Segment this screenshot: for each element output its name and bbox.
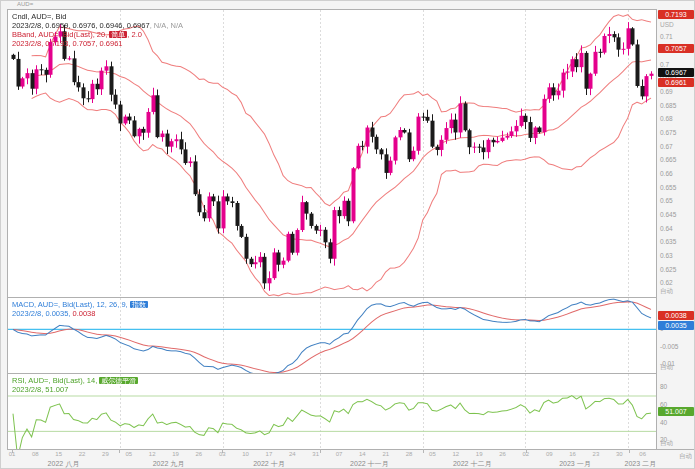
price-axis-price-tag[interactable]: 0.6961 [658, 78, 694, 87]
price-axis-tick: 0.65 [660, 197, 673, 204]
month-label: 2022 十一月 [350, 459, 389, 469]
candle-legend-na: , N/A, N/A [150, 21, 183, 30]
time-axis-line [7, 449, 695, 450]
macd-legend-date: 2023/2/8, [12, 309, 45, 318]
day-tick-label: 23 [593, 451, 600, 457]
rsi-smoothing-chip[interactable]: 威尔德平滑 [99, 377, 138, 384]
day-tick-label: 26 [499, 451, 506, 457]
rsi-legend: RSI, AUD=, Bid(Last), 14, 威尔德平滑 2023/2/8… [12, 376, 138, 394]
price-axis-tick: 0.71 [660, 33, 673, 40]
month-boundary-tick [629, 449, 630, 453]
macd-value: 0.0035 [45, 309, 68, 318]
rsi-axis-auto-label[interactable]: 自动 [660, 439, 673, 448]
rsi-axis-tick: 80 [660, 383, 667, 390]
day-tick-label: 28 [406, 451, 413, 457]
price-axis-price-tag[interactable]: 0.7057 [658, 44, 694, 53]
macd-ma-type-chip[interactable]: 指数 [130, 301, 148, 308]
candle-legend-values: 2023/2/8, 0.6959, 0.6976, 0.6946, 0.6967 [12, 21, 150, 30]
month-label: 2022 九月 [153, 459, 185, 469]
macd-axis-price-tag[interactable]: 0.0038 [658, 311, 694, 320]
rsi-value: 2023/2/8, 51.007 [12, 385, 68, 394]
price-axis-tick: 0.645 [660, 211, 676, 218]
day-tick-label: 31 [312, 451, 319, 457]
day-tick-label: 22 [79, 451, 86, 457]
rsi-axis-price-tag[interactable]: 51.007 [658, 407, 694, 416]
window-caption: AUD= [17, 1, 33, 7]
price-axis-tick: 0.66 [660, 170, 673, 177]
bband-legend-title: BBand, AUD=, Bid(Last), 20, [12, 30, 109, 39]
price-axis-tick: 0.675 [660, 129, 676, 136]
day-tick-label: 03 [219, 451, 226, 457]
day-tick-label: 09 [546, 451, 553, 457]
rsi-axis-tick: 60 [660, 400, 667, 407]
price-axis-tick: 0.68 [660, 115, 673, 122]
price-axis-tick: 0.69 [660, 88, 673, 95]
day-tick-label: 24 [289, 451, 296, 457]
day-tick-label: 05 [125, 451, 132, 457]
price-axis-tick: 0.7 [660, 60, 669, 67]
chart-window: AUD= Cndl, AUD=, Bid 2023/2/8, 0.6959, 0… [0, 0, 695, 469]
macd-axis-tick: -0.005 [660, 342, 678, 349]
day-tick-label: 07 [336, 451, 343, 457]
rsi-axis-tick: 40 [660, 418, 667, 425]
time-axis-auto-label[interactable]: 自动 [679, 452, 692, 461]
price-legend: Cndl, AUD=, Bid 2023/2/8, 0.6959, 0.6976… [12, 12, 183, 48]
day-tick-label: 16 [569, 451, 576, 457]
bband-ma-type-chip[interactable]: 简单 [109, 31, 127, 38]
day-tick-label: 12 [452, 451, 459, 457]
month-boundary-tick [320, 449, 321, 453]
month-label: 2023 一月 [559, 459, 591, 469]
day-tick-label: 15 [55, 451, 62, 457]
price-axis-currency-label: USD [660, 21, 674, 28]
price-axis-tick: 0.63 [660, 252, 673, 259]
price-axis-tick: 0.62 [660, 279, 673, 286]
day-tick-label: 08 [32, 451, 39, 457]
day-tick-label: 26 [196, 451, 203, 457]
month-label: 2022 八月 [48, 459, 80, 469]
day-tick-label: 14 [359, 451, 366, 457]
day-tick-label: 29 [102, 451, 109, 457]
month-label: 2023 二月 [625, 459, 657, 469]
day-tick-label: 10 [242, 451, 249, 457]
price-axis-tick: 0.64 [660, 224, 673, 231]
price-pane: Cndl, AUD=, Bid 2023/2/8, 0.6959, 0.6976… [7, 9, 657, 298]
macd-legend: MACD, AUD=, Bid(Last), 12, 26, 9, 指数 202… [12, 300, 148, 318]
price-axis-tick: 0.685 [660, 101, 676, 108]
value-axis-gutter[interactable]: 0.710.7050.70.6950.690.6850.680.6750.670… [657, 1, 695, 469]
price-axis-tick: 0.635 [660, 238, 676, 245]
day-tick-label: 19 [476, 451, 483, 457]
day-tick-label: 30 [616, 451, 623, 457]
rsi-legend-title: RSI, AUD=, Bid(Last), 14, [12, 376, 99, 385]
price-axis-tick: 0.67 [660, 142, 673, 149]
price-axis-tick: 0.625 [660, 265, 676, 272]
day-tick-label: 05 [429, 451, 436, 457]
candle-legend-title: Cndl, AUD=, Bid [12, 12, 66, 21]
macd-legend-title: MACD, AUD=, Bid(Last), 12, 26, 9, [12, 300, 130, 309]
bband-legend-width: , 2.0 [127, 30, 142, 39]
day-tick-label: 12 [149, 451, 156, 457]
day-tick-label: 17 [266, 451, 273, 457]
price-axis-tick: 0.655 [660, 183, 676, 190]
macd-pane: MACD, AUD=, Bid(Last), 12, 26, 9, 指数 202… [7, 297, 657, 374]
macd-axis-auto-label[interactable]: 自动 [660, 363, 673, 372]
month-label: 2022 十月 [253, 459, 285, 469]
month-boundary-tick [423, 449, 424, 453]
price-axis-tick: 0.665 [660, 156, 676, 163]
day-tick-label: 21 [382, 451, 389, 457]
month-label: 2022 十二月 [453, 459, 492, 469]
price-axis-price-tag[interactable]: 0.6967 [658, 68, 694, 77]
rsi-pane: RSI, AUD=, Bid(Last), 14, 威尔德平滑 2023/2/8… [7, 373, 657, 450]
day-tick-label: 19 [172, 451, 179, 457]
price-axis-price-tag[interactable]: 0.7193 [658, 10, 694, 19]
macd-axis-price-tag[interactable]: 0.0035 [658, 321, 694, 330]
price-axis-auto-label[interactable]: 自动 [660, 287, 673, 296]
month-boundary-tick [119, 449, 120, 453]
day-tick-label: 06 [639, 451, 646, 457]
day-tick-label: 02 [523, 451, 530, 457]
time-axis[interactable]: 自动 01081522292022 八月051219262022 九月03101… [7, 449, 695, 469]
price-chart-canvas[interactable] [8, 10, 656, 297]
bband-legend-values: 2023/2/8, 0.7193, 0.7057, 0.6961 [12, 39, 123, 48]
day-tick-label: 01 [9, 451, 16, 457]
macd-signal-value: 0.0038 [73, 309, 96, 318]
